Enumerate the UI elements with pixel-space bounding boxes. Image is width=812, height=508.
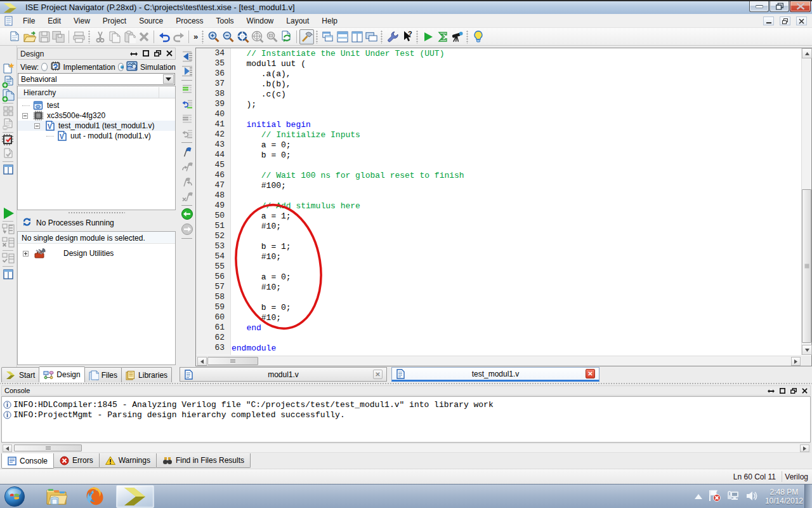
minimize-button[interactable]	[749, 1, 769, 12]
scroll-up-button[interactable]	[802, 48, 812, 58]
console-scroll-right-button[interactable]	[800, 444, 809, 452]
tab-close-button[interactable]: ✕	[373, 370, 383, 379]
network-icon[interactable]	[727, 490, 740, 504]
zoom-full-button[interactable]	[235, 29, 250, 44]
explorer-taskbar-icon[interactable]	[46, 486, 67, 507]
telescope-button[interactable]	[450, 29, 464, 44]
taskbar-clock[interactable]: 2:48 PM 10/14/2012	[765, 488, 803, 505]
add-source-button[interactable]	[1, 76, 16, 88]
start-button[interactable]	[4, 486, 25, 507]
copy-button[interactable]	[107, 29, 122, 44]
tile-vertical-button[interactable]	[350, 29, 364, 44]
new-file-button[interactable]	[8, 29, 22, 44]
bookmark-next-gray-button[interactable]	[180, 161, 194, 173]
scroll-left-button[interactable]	[197, 357, 207, 366]
editor-tab-test_modul1.v[interactable]: test_modul1.v✕	[391, 367, 599, 382]
redo-button[interactable]	[171, 29, 186, 44]
console-restore-button[interactable]	[790, 387, 797, 395]
console-tab-find-in-files-results[interactable]: Find in Files Results	[156, 453, 251, 468]
menu-help[interactable]: Help	[315, 14, 344, 28]
code-area[interactable]: // Instantiate the Unit Under Test (UUT)…	[232, 48, 801, 355]
scroll-down-button[interactable]	[802, 345, 812, 355]
console-maximize-button[interactable]	[780, 387, 785, 395]
action-center-icon[interactable]	[709, 490, 721, 504]
mdi-restore-button[interactable]	[780, 17, 790, 25]
restore-button[interactable]	[769, 1, 789, 12]
bookmark-x-gray-button[interactable]	[180, 190, 194, 203]
console-horizontal-scrollbar[interactable]	[1, 443, 811, 453]
save-all-button[interactable]	[51, 29, 66, 44]
tile-horizontal-button[interactable]	[335, 29, 350, 44]
hierarchy-tree-row[interactable]: xc3s500e-4fg320	[18, 110, 175, 121]
console-scroll-left-button[interactable]	[3, 444, 12, 452]
wrench-button[interactable]	[385, 29, 400, 44]
console-tab-console[interactable]: Console	[1, 453, 54, 469]
panel-tab-files[interactable]: Files	[84, 367, 122, 382]
columns-blue-button[interactable]	[1, 163, 16, 176]
toolbar-handle[interactable]	[315, 30, 319, 44]
hierarchy-header[interactable]: Hierarchy	[18, 86, 175, 98]
console-output[interactable]: INFO:HDLCompiler:1845 - Analyzing Verilo…	[1, 396, 811, 443]
editor-hscroll-thumb[interactable]	[207, 357, 258, 365]
open-folder-button[interactable]	[22, 29, 37, 44]
zoom-in-button[interactable]	[206, 29, 221, 44]
undo-green-button[interactable]	[180, 98, 194, 110]
document-window-icon[interactable]	[4, 16, 13, 28]
run-play-button[interactable]	[421, 29, 435, 44]
print-button[interactable]	[72, 29, 86, 44]
scroll-right-button[interactable]	[791, 357, 801, 366]
menu-window[interactable]: Window	[240, 14, 280, 28]
menu-tools[interactable]: Tools	[210, 14, 240, 28]
refresh-doc-button[interactable]	[279, 29, 294, 44]
menu-edit[interactable]: Edit	[41, 14, 67, 28]
show-hidden-icons-button[interactable]	[695, 492, 702, 501]
cut-button[interactable]	[93, 29, 107, 44]
simulation-radio[interactable]	[118, 63, 124, 71]
toolbar-handle[interactable]	[466, 30, 469, 44]
paste-button[interactable]	[122, 29, 136, 44]
hammer-button[interactable]	[299, 29, 314, 44]
close-button[interactable]	[790, 1, 811, 12]
zoom-out-button[interactable]	[221, 29, 235, 44]
ise-taskbar-button[interactable]	[116, 485, 154, 508]
menu-source[interactable]: Source	[133, 14, 169, 28]
doc-minus-gray-button[interactable]	[1, 118, 16, 131]
page-check-gray-button[interactable]	[1, 147, 16, 160]
lines-green-button[interactable]	[180, 83, 194, 95]
toolbar-overflow-button[interactable]: »	[192, 32, 200, 41]
toolbar-handle[interactable]	[201, 30, 205, 44]
lines-gray-button[interactable]	[180, 113, 194, 125]
toolbar-handle[interactable]	[380, 30, 384, 44]
volume-icon[interactable]	[746, 491, 759, 503]
hierarchy-tree-row[interactable]: Vuut - modul1 (modul1.v)	[18, 131, 175, 141]
new-source-button[interactable]	[1, 62, 16, 75]
show-desktop-button[interactable]	[804, 485, 812, 508]
chip-check-button[interactable]	[1, 134, 16, 147]
panel-maximize-button[interactable]	[143, 50, 149, 58]
panel-close-button[interactable]	[166, 50, 173, 58]
bookmark-prev-gray-button[interactable]	[180, 175, 194, 187]
panel-restore-button[interactable]	[154, 50, 161, 58]
menu-process[interactable]: Process	[169, 14, 209, 28]
dock-right-button[interactable]	[180, 65, 194, 77]
firefox-taskbar-icon[interactable]	[84, 486, 105, 507]
mdi-close-button[interactable]	[796, 17, 807, 25]
undo-button[interactable]	[157, 29, 171, 44]
console-close-button[interactable]	[802, 387, 808, 395]
process-tree-row[interactable]: Design Utilities	[18, 247, 175, 260]
lightbulb-button[interactable]	[471, 29, 485, 44]
chips-gray-button[interactable]	[1, 105, 16, 117]
editor-vscroll-thumb[interactable]	[802, 189, 811, 343]
tree-expander[interactable]	[23, 251, 29, 257]
undo-gray-button[interactable]	[180, 128, 194, 140]
combobox-dropdown-button[interactable]	[163, 74, 174, 84]
back-circle-green-button[interactable]	[180, 208, 194, 220]
panel-tab-libraries[interactable]: Libraries	[121, 367, 172, 382]
toolbar-handle[interactable]	[88, 30, 91, 44]
dock-left-button[interactable]	[180, 50, 194, 62]
panel-tab-start[interactable]: Start	[1, 367, 39, 382]
proc-check-gray-button[interactable]	[1, 252, 16, 265]
proc-stop-gray-button[interactable]	[1, 236, 16, 249]
editor-horizontal-scrollbar[interactable]	[196, 356, 802, 366]
help-pointer-button[interactable]: ?	[400, 29, 414, 44]
